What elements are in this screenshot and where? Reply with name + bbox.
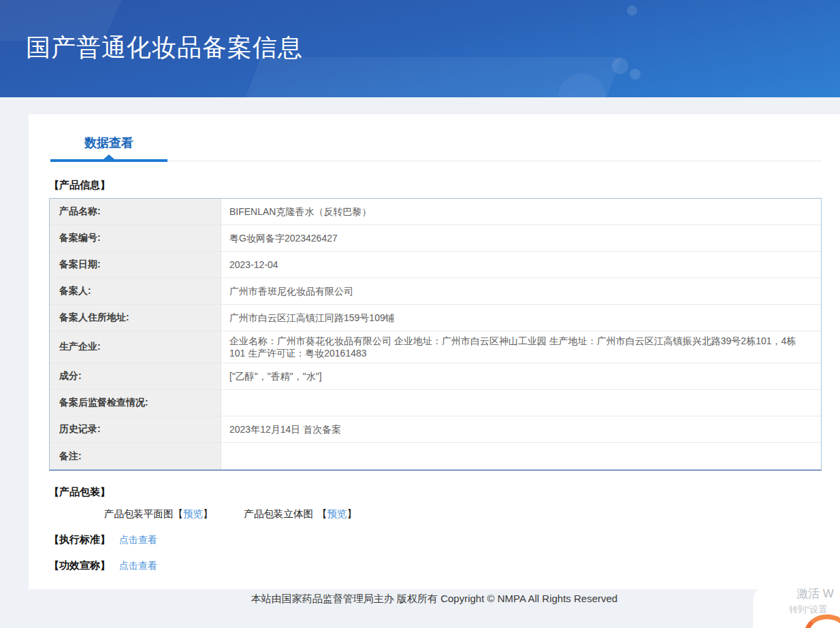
tab-bar: 数据查看 — [49, 114, 822, 161]
table-row: 生产企业: 企业名称：广州市葵花化妆品有限公司 企业地址：广州市白云区神山工业园… — [50, 331, 821, 363]
row-label: 产品名称: — [50, 199, 221, 225]
row-value: 粤G妆网备字2023426427 — [221, 225, 821, 251]
packaging-flat-preview-link[interactable]: 预览 — [183, 508, 203, 519]
table-row: 历史记录: 2023年12月14日 首次备案 — [50, 416, 821, 443]
packaging-3d-label: 产品包装立体图 — [244, 508, 314, 519]
footer-copyright: 本站由国家药品监督管理局主办 版权所有 Copyright © NMPA All… — [29, 593, 840, 606]
table-row: 备案人住所地址: 广州市白云区江高镇江同路159号109铺 — [50, 305, 821, 331]
row-value: 2023-12-04 — [221, 252, 821, 278]
row-value: 广州市白云区江高镇江同路159号109铺 — [221, 305, 821, 331]
section-title-product-info: 【产品信息】 — [49, 179, 822, 192]
row-label: 生产企业: — [50, 331, 221, 363]
row-value — [221, 443, 821, 469]
table-row: 备案人: 广州市香班尼化妆品有限公司 — [50, 278, 821, 305]
row-value — [221, 390, 821, 416]
row-label: 备案人住所地址: — [50, 305, 221, 331]
standards-line: 【执行标准】 点击查看 — [49, 533, 822, 546]
page-banner: 国产普通化妆品备案信息 — [0, 0, 840, 97]
row-value: 2023年12月14日 首次备案 — [221, 416, 821, 442]
table-row: 备注: — [50, 443, 821, 469]
bracket: 【 — [174, 508, 184, 519]
bracket: 【 — [317, 508, 327, 519]
banner-decor-circle — [627, 5, 637, 16]
row-label: 备案日期: — [50, 252, 221, 278]
row-label: 备案编号: — [50, 225, 221, 251]
tab-active-underline — [50, 159, 167, 162]
bracket: 】 — [203, 508, 213, 519]
row-label: 备案后监督检查情况: — [50, 390, 221, 416]
row-value: ["乙醇"，"香精"，"水"] — [221, 363, 821, 389]
row-label: 备案人: — [50, 278, 221, 304]
watermark-line1: 激活 W — [796, 586, 834, 601]
row-value: 企业名称：广州市葵花化妆品有限公司 企业地址：广州市白云区神山工业园 生产地址：… — [221, 331, 821, 363]
tab-data-view-label: 数据查看 — [84, 136, 133, 150]
row-label: 备注: — [50, 443, 221, 469]
packaging-previews: 产品包装平面图【预览】 产品包装立体图【预览】 — [49, 508, 822, 520]
product-info-table: 产品名称: BIFENLAN克隆香水（反转巴黎） 备案编号: 粤G妆网备字202… — [49, 198, 822, 471]
section-title-efficacy: 【功效宣称】 — [49, 559, 110, 572]
content-card: 数据查看 【产品信息】 产品名称: BIFENLAN克隆香水（反转巴黎） 备案编… — [29, 114, 840, 589]
row-value: BIFENLAN克隆香水（反转巴黎） — [221, 199, 821, 225]
efficacy-line: 【功效宣称】 点击查看 — [49, 559, 822, 572]
page-title: 国产普通化妆品备案信息 — [26, 31, 303, 65]
row-label: 成分: — [50, 363, 221, 389]
row-label: 历史记录: — [50, 416, 221, 442]
packaging-3d-item: 产品包装立体图【预览】 — [244, 508, 357, 520]
table-row: 备案编号: 粤G妆网备字2023426427 — [50, 225, 821, 252]
banner-decor-circle — [612, 58, 628, 74]
section-title-packaging: 【产品包装】 — [49, 486, 822, 499]
bracket: 】 — [347, 508, 357, 519]
page: 国产普通化妆品备案信息 数据查看 【产品信息】 产品名称: BIFENLAN克隆… — [0, 0, 840, 628]
main-area: 数据查看 【产品信息】 产品名称: BIFENLAN克隆香水（反转巴黎） 备案编… — [0, 97, 840, 628]
windows-activation-watermark: 激活 W 转到“设置 — [753, 582, 840, 628]
row-value: 广州市香班尼化妆品有限公司 — [221, 278, 821, 304]
packaging-3d-preview-link[interactable]: 预览 — [327, 508, 347, 519]
table-row: 备案后监督检查情况: — [50, 390, 821, 416]
efficacy-view-link[interactable]: 点击查看 — [119, 560, 157, 572]
table-row: 备案日期: 2023-12-04 — [50, 252, 821, 278]
tab-data-view[interactable]: 数据查看 — [50, 135, 167, 161]
tab-active-caret-icon — [103, 154, 114, 159]
orange-logo-arc-icon — [805, 614, 840, 628]
banner-decor-circle — [630, 69, 641, 80]
watermark-line2: 转到“设置 — [789, 604, 827, 616]
table-row: 产品名称: BIFENLAN克隆香水（反转巴黎） — [50, 199, 821, 225]
packaging-flat-label: 产品包装平面图 — [104, 508, 174, 519]
section-title-standards: 【执行标准】 — [49, 533, 110, 546]
standards-view-link[interactable]: 点击查看 — [119, 534, 157, 546]
packaging-flat-item: 产品包装平面图【预览】 — [104, 508, 213, 520]
table-row: 成分: ["乙醇"，"香精"，"水"] — [50, 363, 821, 390]
